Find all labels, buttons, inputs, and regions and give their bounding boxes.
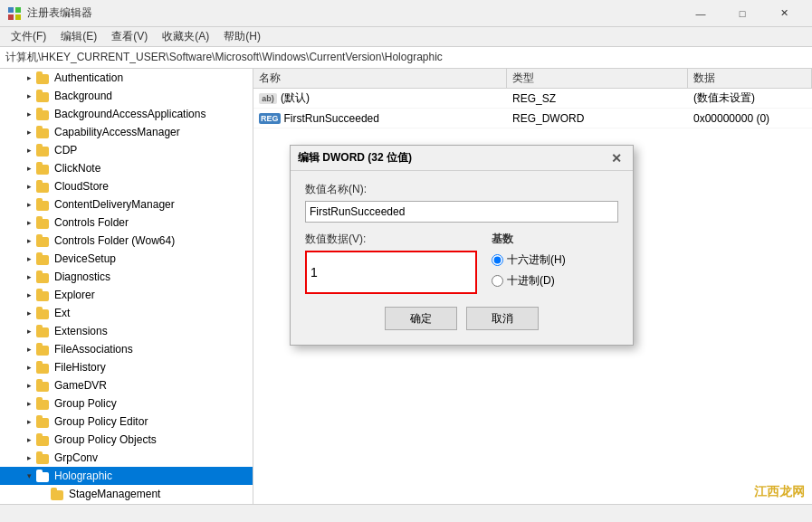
tree-item-label: Controls Folder	[54, 216, 129, 229]
tree-item[interactable]: DeviceSetup	[0, 250, 253, 268]
tree-panel[interactable]: AuthenticationBackgroundBackgroundAccess…	[0, 69, 253, 504]
name-label: 数值名称(N):	[305, 182, 618, 197]
folder-icon	[36, 433, 51, 446]
folder-icon	[36, 71, 51, 84]
reg-type-icon: ab)	[259, 93, 277, 104]
radio-group: 十六进制(H) 十进制(D)	[492, 252, 618, 289]
tree-item-label: ContentDeliveryManager	[54, 198, 175, 211]
tree-item-label: Controls Folder (Wow64)	[54, 234, 175, 247]
tree-item[interactable]: Controls Folder	[0, 214, 253, 232]
reg-name-text: (默认)	[281, 90, 310, 106]
folder-icon	[36, 397, 51, 410]
col-header-type[interactable]: 类型	[507, 69, 688, 88]
tree-item[interactable]: BackgroundAccessApplications	[0, 105, 253, 123]
tree-item-label: Group Policy Editor	[54, 415, 148, 428]
tree-item-label: GameDVR	[54, 379, 107, 392]
tree-arrow-icon	[22, 195, 36, 214]
maximize-button[interactable]: □	[721, 0, 763, 27]
dialog-title-bar: 编辑 DWORD (32 位值) ✕	[291, 146, 633, 171]
dialog-buttons: 确定 取消	[305, 307, 618, 330]
address-path: 计算机\HKEY_CURRENT_USER\Software\Microsoft…	[5, 50, 443, 65]
col-header-name[interactable]: 名称	[253, 69, 507, 88]
menu-file[interactable]: 文件(F)	[4, 27, 53, 46]
folder-icon	[36, 216, 51, 229]
tree-item-label: Authentication	[54, 71, 123, 84]
tree-item[interactable]: GameDVR	[0, 376, 253, 394]
radio-dec[interactable]: 十进制(D)	[492, 273, 618, 289]
folder-icon	[36, 289, 51, 301]
tree-item[interactable]: Diagnostics	[0, 268, 253, 286]
column-headers: 名称 类型 数据	[253, 69, 812, 89]
folder-icon	[36, 180, 51, 193]
tree-item[interactable]: Explorer	[0, 286, 253, 304]
radio-hex[interactable]: 十六进制(H)	[492, 252, 618, 268]
svg-rect-2	[8, 14, 14, 20]
tree-item[interactable]: Authentication	[0, 69, 253, 87]
tree-item[interactable]: CapabilityAccessManager	[0, 123, 253, 141]
tree-item-label: Holographic	[54, 470, 112, 482]
tree-item[interactable]: ContentDeliveryManager	[0, 195, 253, 214]
menu-bar: 文件(F) 编辑(E) 查看(V) 收藏夹(A) 帮助(H)	[0, 27, 812, 47]
folder-icon	[36, 470, 51, 482]
status-bar	[0, 504, 812, 522]
edit-dword-dialog[interactable]: 编辑 DWORD (32 位值) ✕ 数值名称(N): 数值数据(V): 基数 …	[290, 145, 634, 346]
menu-help[interactable]: 帮助(H)	[216, 27, 268, 46]
tree-arrow-icon	[22, 214, 36, 232]
folder-icon	[36, 90, 51, 102]
tree-item[interactable]: Controls Folder (Wow64)	[0, 232, 253, 250]
folder-icon	[36, 234, 51, 247]
value-input[interactable]	[305, 251, 477, 294]
tree-item[interactable]: CloudStore	[0, 177, 253, 195]
tree-item-label: CloudStore	[54, 180, 109, 193]
confirm-button[interactable]: 确定	[385, 307, 457, 330]
tree-arrow-icon	[22, 159, 36, 177]
folder-icon	[36, 126, 51, 138]
tree-item[interactable]: Extensions	[0, 322, 253, 340]
menu-view[interactable]: 查看(V)	[104, 27, 155, 46]
value-label: 数值数据(V):	[305, 232, 477, 247]
tree-item[interactable]: Group Policy Editor	[0, 413, 253, 431]
folder-icon	[36, 379, 51, 392]
tree-arrow-icon	[22, 322, 36, 340]
tree-item[interactable]: Group Policy Objects	[0, 431, 253, 449]
reg-type-icon: REG	[259, 113, 281, 124]
cancel-button[interactable]: 取消	[466, 307, 539, 330]
tree-item-label: CapabilityAccessManager	[54, 126, 180, 138]
menu-favorites[interactable]: 收藏夹(A)	[155, 27, 216, 46]
tree-arrow-icon	[22, 268, 36, 286]
tree-item[interactable]: FileHistory	[0, 358, 253, 376]
close-button[interactable]: ✕	[763, 0, 805, 27]
radix-section: 基数 十六进制(H) 十进制(D)	[492, 232, 618, 294]
tree-item[interactable]: Group Policy	[0, 394, 253, 413]
registry-row[interactable]: REGFirstRunSucceededREG_DWORD0x00000000 …	[253, 109, 812, 128]
tree-item[interactable]: GrpConv	[0, 449, 253, 467]
tree-item[interactable]: FileAssociations	[0, 340, 253, 358]
reg-cell-type: REG_DWORD	[507, 112, 688, 125]
tree-item-label: Background	[54, 90, 112, 102]
col-header-data[interactable]: 数据	[688, 69, 812, 88]
tree-item[interactable]: ClickNote	[0, 159, 253, 177]
tree-item[interactable]: StageManagement	[0, 485, 253, 503]
tree-arrow-icon	[22, 177, 36, 195]
tree-item-label: BackgroundAccessApplications	[54, 108, 205, 120]
value-section: 数值数据(V):	[305, 232, 477, 294]
tree-arrow-icon	[22, 467, 36, 485]
tree-item[interactable]: Background	[0, 87, 253, 105]
tree-item-label: ClickNote	[54, 162, 100, 175]
tree-arrow-icon	[22, 413, 36, 431]
reg-cell-type: REG_SZ	[507, 92, 688, 105]
dialog-body: 数值名称(N): 数值数据(V): 基数 十六进制(H) 十进制(D)	[291, 171, 633, 345]
tree-item[interactable]: CDP	[0, 141, 253, 159]
tree-item-label: Group Policy	[54, 397, 117, 410]
reg-cell-data: (数值未设置)	[688, 90, 812, 106]
name-input[interactable]	[305, 201, 618, 223]
dialog-close-button[interactable]: ✕	[607, 149, 626, 167]
registry-row[interactable]: ab)(默认)REG_SZ(数值未设置)	[253, 89, 812, 109]
tree-item-label: CDP	[54, 144, 77, 157]
tree-item-label: Diagnostics	[54, 270, 110, 283]
minimize-button[interactable]: —	[680, 0, 721, 27]
menu-edit[interactable]: 编辑(E)	[53, 27, 104, 46]
tree-item[interactable]: Ext	[0, 304, 253, 322]
tree-arrow-icon	[22, 141, 36, 159]
tree-item[interactable]: Holographic	[0, 467, 253, 485]
